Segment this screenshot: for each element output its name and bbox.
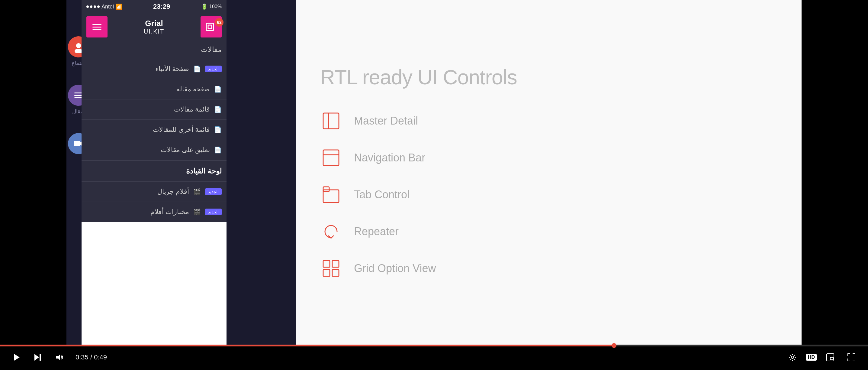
menu-item-film-highlights[interactable]: مختارات أفلام 🎬 الجديد: [82, 202, 226, 222]
menu-item-other-list[interactable]: قائمة أخرى للمقالات 📄: [82, 120, 226, 140]
svg-marker-16: [14, 354, 20, 361]
black-left-panel: [0, 0, 66, 345]
main-title: RTL ready UI Controls: [320, 65, 777, 89]
menu-item-text: قائمة مقالات: [174, 106, 210, 113]
play-button[interactable]: [9, 350, 24, 365]
svg-rect-11: [323, 187, 329, 192]
menu-item-text: صفحة الأنباء: [156, 65, 189, 73]
hamburger-button[interactable]: [86, 16, 107, 37]
film-icon: 🎬: [193, 188, 201, 195]
menu-item-text: مختارات أفلام: [150, 208, 189, 216]
svg-rect-12: [323, 261, 330, 267]
feature-item-repeater: Repeater: [320, 221, 777, 243]
fullscreen-button[interactable]: [844, 350, 859, 365]
document-icon: 📄: [193, 65, 201, 73]
video-controls: 0:35 / 0:49 HD: [0, 345, 868, 370]
video-content: إجتماع إنتقال: [66, 0, 802, 345]
svg-marker-19: [56, 354, 60, 360]
feature-label-master-detail: Master Detail: [354, 115, 418, 127]
feature-label-grid-option: Grid Option View: [354, 262, 436, 275]
feature-label-navigation-bar: Navigation Bar: [354, 151, 425, 164]
menu-item-text: أفلام جريال: [157, 188, 189, 196]
menu-item-text: قائمة أخرى للمقالات: [153, 126, 210, 134]
svg-rect-13: [332, 261, 339, 267]
menu-item-comments[interactable]: تعليق على مقالات 📄: [82, 140, 226, 160]
right-controls: HD: [785, 350, 859, 365]
feature-list: Master Detail Navigation Bar: [320, 110, 777, 279]
master-detail-icon: [320, 110, 342, 132]
svg-point-20: [791, 356, 794, 359]
wifi-icon: 📶: [116, 3, 122, 10]
feature-item-navigation-bar: Navigation Bar: [320, 147, 777, 169]
signal-dots: [86, 5, 100, 8]
document-icon: 📄: [214, 146, 222, 153]
menu-item-grial-films[interactable]: أفلام جريال 🎬 الجديد: [82, 182, 226, 202]
new-badge: الجديد: [205, 188, 222, 195]
document-icon: 📄: [214, 86, 222, 93]
hd-badge: HD: [806, 354, 817, 361]
svg-rect-18: [39, 354, 41, 361]
progress-dot: [612, 343, 616, 348]
new-badge: الجديد: [205, 208, 222, 215]
section-header-articles: مقالات: [82, 40, 226, 59]
navigation-bar-icon: [320, 147, 342, 169]
document-icon: 📄: [214, 126, 222, 133]
grid-option-icon: [320, 258, 342, 279]
progress-bar-fill: [0, 345, 616, 346]
document-icon: 📄: [214, 106, 222, 113]
svg-marker-17: [34, 354, 39, 361]
new-badge: الجديد: [205, 65, 222, 72]
menu-item-text: صفحة مقالة: [176, 85, 210, 93]
feature-label-repeater: Repeater: [354, 225, 399, 238]
app-title: Grial UI.KIT: [144, 19, 164, 35]
status-time: 23:29: [153, 3, 170, 10]
next-button[interactable]: [30, 350, 45, 365]
repeater-icon: [320, 221, 342, 243]
svg-rect-4: [206, 23, 214, 31]
svg-rect-2: [74, 141, 80, 146]
battery-icon: 🔋: [201, 3, 208, 10]
menu-item-text: تعليق على مقالات: [161, 146, 210, 154]
svg-point-0: [76, 43, 81, 48]
phone-header: Grial UI.KIT 62: [82, 13, 226, 40]
volume-button[interactable]: [51, 350, 66, 365]
svg-rect-8: [323, 150, 339, 166]
film-icon: 🎬: [193, 208, 201, 216]
menu-item-articles-list[interactable]: قائمة مقالات 📄: [82, 99, 226, 120]
menu-item-article-page[interactable]: صفحة مقالة 📄: [82, 79, 226, 99]
time-display: 0:35 / 0:49: [75, 353, 107, 361]
miniplayer-button[interactable]: [823, 350, 838, 365]
carrier-name: Antel: [101, 4, 114, 10]
status-right: 🔋 100%: [201, 3, 222, 10]
menu-item-news-page[interactable]: صفحة الأنباء 📄 الجديد: [82, 59, 226, 79]
notification-badge: 62: [215, 18, 223, 27]
battery-percent: 100%: [209, 4, 222, 9]
settings-button[interactable]: [785, 350, 800, 365]
svg-rect-14: [323, 269, 330, 276]
right-panel: RTL ready UI Controls Master Detail: [296, 0, 802, 345]
svg-rect-22: [830, 357, 833, 360]
phone-status-bar: Antel 📶 23:29 🔋 100%: [82, 0, 226, 13]
app-title-line1: Grial: [144, 19, 164, 28]
phone-mockup: Antel 📶 23:29 🔋 100%: [82, 0, 226, 345]
app-title-line2: UI.KIT: [144, 28, 164, 35]
app-logo-wrapper: 62: [200, 16, 222, 37]
status-left: Antel 📶: [86, 3, 122, 10]
feature-item-master-detail: Master Detail: [320, 110, 777, 132]
svg-rect-5: [208, 25, 212, 29]
progress-bar-container[interactable]: [0, 345, 868, 346]
svg-rect-6: [323, 113, 339, 129]
feature-item-grid-option: Grid Option View: [320, 258, 777, 279]
black-right-panel: [802, 0, 868, 345]
feature-label-tab-control: Tab Control: [354, 188, 409, 201]
phone-panel: إجتماع إنتقال: [66, 0, 296, 345]
svg-rect-15: [332, 269, 339, 276]
tab-control-icon: [320, 184, 342, 205]
dashboard-section-header: لوحة القيادة: [82, 160, 226, 182]
video-container: إجتماع إنتقال: [0, 0, 868, 370]
feature-item-tab-control: Tab Control: [320, 184, 777, 205]
